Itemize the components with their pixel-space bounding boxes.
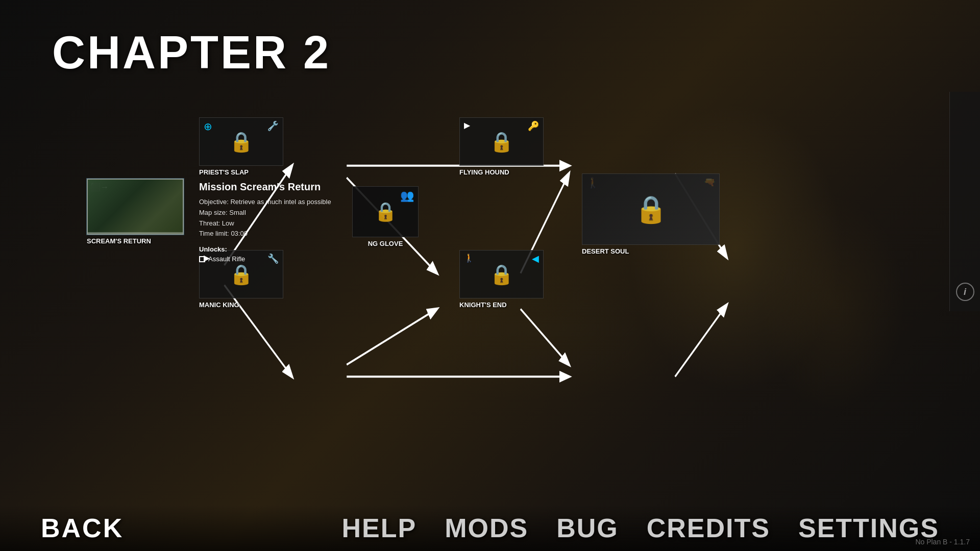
node-manic-king-label: MANIC KING (199, 301, 239, 309)
help-button[interactable]: HELP (341, 513, 416, 543)
nav-right-group: HELP MODS BUG CREDITS SETTINGS (341, 513, 939, 543)
svg-line-9 (675, 305, 727, 377)
map-size-label: Map size: (199, 209, 228, 216)
time-limit-label: Time limit: (199, 230, 229, 237)
mission-popup: Mission Scream's Return Objective: Retri… (199, 181, 347, 263)
node-priests-slap-label: PRIEST'S SLAP (199, 168, 249, 176)
unlock-checkbox (199, 256, 205, 262)
lock-icon: 🔒 (229, 131, 253, 153)
svg-line-7 (521, 309, 569, 365)
time-limit-value: 03:00 (231, 230, 248, 237)
bug-button[interactable]: BUG (556, 513, 619, 543)
threat-label: Threat: (199, 219, 220, 227)
unlocks-label: Unlocks: (199, 245, 347, 253)
objective-value: Retrieve as much intel as possible (230, 198, 331, 206)
threat-value: Low (222, 219, 234, 227)
back-button[interactable]: BACK (41, 513, 124, 543)
right-panel: i (949, 92, 980, 311)
node-flying-hound-label: FLYING HOUND (459, 168, 509, 176)
credits-button[interactable]: CREDITS (647, 513, 770, 543)
arrow-icon: ▶ (464, 120, 470, 130)
bottom-navigation: BACK HELP MODS BUG CREDITS SETTINGS (0, 505, 980, 551)
mission-popup-title: Mission Scream's Return (199, 181, 347, 193)
lock-icon: 🔒 (489, 131, 513, 153)
unlock-item-label: Assault Rifle (208, 255, 245, 263)
map-size-value: Small (229, 209, 246, 216)
node-knights-end-label: KNIGHT'S END (459, 301, 507, 309)
node-screams-return[interactable]: ⬛→ SCREAM'S RETURN (87, 179, 184, 245)
node-desert-soul[interactable]: 🚶 🔫 🔒 DESERT SOUL (582, 173, 720, 255)
node-knights-end[interactable]: 🚶 ◀ 🔒 KNIGHT'S END (459, 250, 544, 309)
lock-icon: 🔒 (374, 201, 397, 222)
info-button[interactable]: i (956, 283, 974, 301)
objective-label: Objective: (199, 198, 229, 206)
chapter-title: CHAPTER 2 (52, 27, 331, 79)
svg-line-5 (347, 309, 437, 365)
version-text: No Plan B - 1.1.7 (915, 538, 970, 546)
crosshair-icon: ⊕ (204, 120, 212, 133)
node-priests-slap[interactable]: ⊕ 🔧 🔒 PRIEST'S SLAP (199, 117, 283, 176)
node-screams-return-label: SCREAM'S RETURN (87, 237, 151, 245)
lock-icon: 🔒 (229, 263, 253, 286)
node-desert-soul-label: DESERT SOUL (582, 247, 629, 255)
node-ng-glove-label: NG GLOVE (368, 240, 403, 247)
arrow-left-icon: ◀ (532, 253, 539, 264)
mission-popup-details: Objective: Retrieve as much intel as pos… (199, 197, 347, 239)
exit-icon: 🚶 (464, 253, 474, 263)
lock-icon: 🔒 (489, 263, 513, 286)
key-icon: 🔑 (528, 120, 539, 132)
node-ng-glove[interactable]: 👥 🔒 NG GLOVE (352, 186, 419, 247)
mission-map: ⬛→ SCREAM'S RETURN ⊕ 🔧 🔒 PRIEST'S SLAP ▶… (41, 102, 878, 500)
node-flying-hound[interactable]: ▶ 🔑 🔒 FLYING HOUND (459, 117, 544, 176)
mods-button[interactable]: MODS (445, 513, 528, 543)
unlock-item: Assault Rifle (199, 255, 347, 263)
tool-icon: 🔧 (267, 120, 279, 132)
lock-icon: 🔒 (634, 194, 668, 225)
people-icon: 👥 (400, 189, 414, 203)
